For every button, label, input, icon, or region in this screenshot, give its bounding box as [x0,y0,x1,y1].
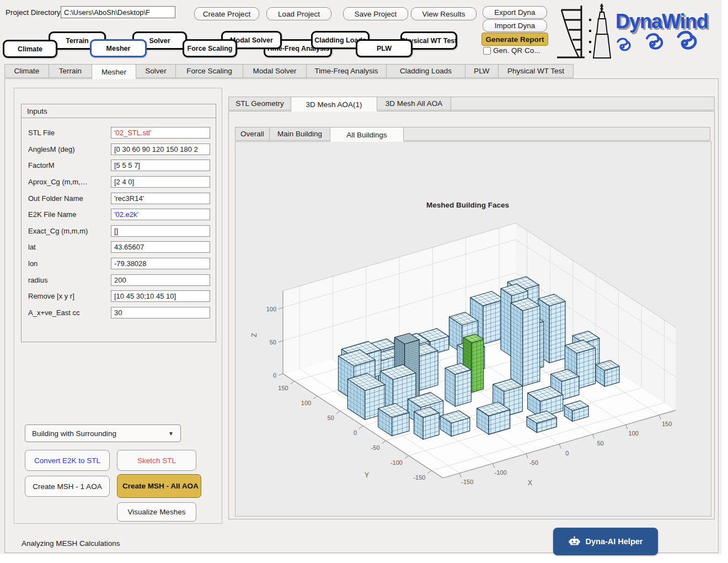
qr-checkbox-row: Gen. QR Co... [483,46,540,55]
sketch-stl-button[interactable]: Sketch STL [117,450,196,471]
project-directory-label: Project Directory [6,8,61,17]
lon-input[interactable] [111,258,210,269]
tab-mesher[interactable]: Mesher [92,64,136,79]
svg-text:50: 50 [597,440,603,447]
svg-text:0: 0 [565,450,569,456]
viewer-tab-stl-geometry[interactable]: STL Geometry [228,97,291,110]
convert-e2k-button[interactable]: Convert E2K to STL [25,450,110,471]
create-project-button[interactable]: Create Project [194,7,259,20]
dynawind-logo: DynaWind DynaWind [556,2,721,63]
building-tab-main-building[interactable]: Main Building [269,127,330,141]
field-label-stl-file: STL File [28,129,97,137]
tab-force-scaling[interactable]: Force Scaling [175,64,243,78]
tab-terrain[interactable]: Terrain [49,64,92,78]
status-text: Analyzing MESH Calculations [22,539,120,548]
field-label-anglesm: AnglesM (deg) [28,145,97,153]
field-label-remove: Remove [x y r] [28,292,97,300]
building-tab-bar: Overall Main Building All Buildings [235,127,710,142]
viewer-tab-bar: STL Geometry 3D Mesh AOA(1) 3D Mesh All … [228,97,715,111]
svg-text:Z: Z [250,333,258,337]
load-project-button[interactable]: Load Project [266,7,331,20]
viewer-tab-3d-mesh-aoa1[interactable]: 3D Mesh AOA(1) [291,97,377,111]
remove-input[interactable] [111,290,210,302]
field-label-lon: lon [28,259,97,268]
svg-text:-100: -100 [495,469,507,476]
module-button-plw[interactable]: PLW [356,39,413,57]
create-msh-1aoa-button[interactable]: Create MSH - 1 AOA [25,476,110,497]
chevron-down-icon: ▼ [168,431,174,437]
tab-modal-solver[interactable]: Modal Solver [243,64,306,78]
viewer-tab-filler [451,97,715,110]
anglesm-input[interactable] [111,144,210,155]
inputs-group: Inputs STL File AnglesM (deg) FactorM Ap… [21,104,216,342]
tab-physical-wt[interactable]: Physical WT Test [498,64,574,78]
generate-report-button[interactable]: Generate Report [481,33,548,46]
tab-time-freq[interactable]: Time-Freq Analysis [306,64,386,78]
dyna-ai-helper-button[interactable]: Dyna-AI Helper [553,528,658,555]
module-button-mesher[interactable]: Mesher [90,39,147,57]
visualize-meshes-button[interactable]: Visualize Meshes [117,502,196,522]
project-directory-input[interactable] [61,6,175,18]
building-mode-dropdown[interactable]: Building with Surrounding ▼ [25,424,181,442]
svg-text:0: 0 [273,372,276,379]
svg-text:Y: Y [365,471,369,479]
svg-text:100: 100 [301,400,311,406]
inputs-group-title: Inputs [22,104,216,118]
dyna-ai-helper-label: Dyna-AI Helper [586,537,643,546]
out-folder-input[interactable] [111,193,210,204]
import-dyna-button[interactable]: Import Dyna [483,19,547,32]
field-label-lat: lat [28,243,97,251]
save-project-button[interactable]: Save Project [343,7,408,20]
create-msh-all-aoa-button[interactable]: Create MSH - All AOA [117,474,201,498]
factorm-input[interactable] [111,160,210,171]
svg-text:150: 150 [278,385,288,391]
e2k-file-input[interactable] [111,209,210,220]
stl-file-input[interactable] [111,127,210,139]
module-button-force-scaling[interactable]: Force Scaling [183,39,237,57]
tab-plw[interactable]: PLW [465,64,498,78]
viewer-tab-3d-mesh-all-aoa[interactable]: 3D Mesh All AOA [377,97,451,110]
field-label-factorm: FactorM [28,161,97,169]
svg-text:50: 50 [327,415,334,421]
svg-text:100: 100 [629,430,639,437]
plot-title: Meshed Building Faces [426,201,509,209]
svg-text:DynaWind: DynaWind [615,10,708,33]
svg-text:-150: -150 [413,474,425,481]
svg-text:X: X [528,479,532,487]
module-button-climate[interactable]: Climate [3,40,57,58]
building-tab-overall[interactable]: Overall [235,127,269,141]
mesher-controls-panel: Inputs STL File AnglesM (deg) FactorM Ap… [14,88,222,524]
building-tab-filler [403,127,710,141]
exact-cg-input[interactable] [111,225,210,237]
field-label-radius: radius [28,276,97,284]
wind-profile-icon [557,6,585,57]
inputs-rows: STL File AnglesM (deg) FactorM Aprox_Cg … [22,118,216,321]
qr-checkbox[interactable] [483,47,491,55]
svg-text:-50: -50 [529,459,538,466]
tab-climate[interactable]: Climate [4,64,49,78]
view-results-button[interactable]: View Results [411,7,477,20]
field-label-out-folder: Out Folder Name [28,194,97,203]
field-label-aprox-cg: Aprox_Cg (m,m,… [28,178,97,186]
export-dyna-button[interactable]: Export Dyna [483,6,547,19]
tab-cladding-loads[interactable]: Cladding Loads [386,64,465,78]
svg-text:50: 50 [270,339,276,346]
svg-text:100: 100 [266,306,276,312]
svg-text:150: 150 [662,421,672,427]
qr-checkbox-label: Gen. QR Co... [493,46,540,55]
radius-input[interactable] [111,274,210,286]
aprox-cg-input[interactable] [111,176,210,188]
lat-input[interactable] [111,241,210,253]
mesh-viewer-panel: Overall Main Building All Buildings 0501… [228,111,715,519]
robot-icon [569,536,580,548]
plot-container: 050100-150-100-50050100150-150-100-50050… [235,141,711,517]
tab-solver[interactable]: Solver [136,64,175,78]
svg-text:-100: -100 [390,459,403,466]
field-label-e2k-file: E2K File Name [28,210,97,219]
building-tab-all-buildings[interactable]: All Buildings [330,127,403,142]
dots-icon [589,19,591,53]
svg-text:0: 0 [354,429,357,436]
mesher-page: Inputs STL File AnglesM (deg) FactorM Ap… [4,78,719,553]
ax-east-input[interactable] [111,307,210,318]
tower-icon [593,4,611,58]
